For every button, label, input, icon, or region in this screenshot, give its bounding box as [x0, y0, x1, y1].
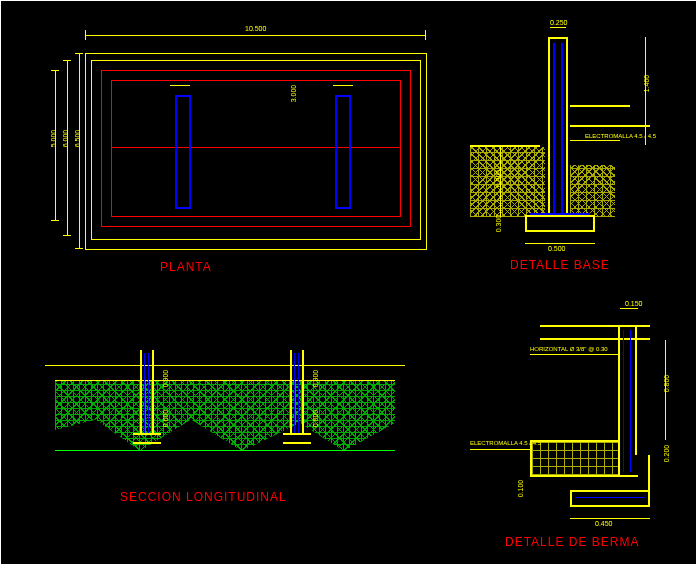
dim-planta-left2: 6.000 — [62, 130, 69, 148]
dim-planta-left3: 6.500 — [74, 130, 81, 148]
planta-view: 10.500 5.000 6.000 6.500 3.000 — [55, 25, 435, 275]
dim-berma-h1: 0.800 — [663, 375, 670, 393]
dim-sec-h2: 0.600 — [162, 410, 169, 428]
dim-planta-top: 10.500 — [245, 25, 266, 32]
berma-title: DETALLE DE BERMA — [505, 535, 639, 549]
label-electromalla: ELECTROMALLA 4.5 / 4.5 — [585, 133, 656, 139]
dim-base-right: 1.400 — [643, 75, 650, 93]
dim-berma-top: 0.150 — [625, 300, 643, 307]
base-title: DETALLE BASE — [510, 258, 610, 272]
planta-title: PLANTA — [160, 260, 212, 274]
dim-sec-h4: 0.600 — [312, 410, 319, 428]
dim-planta-left1: 5.000 — [50, 130, 57, 148]
dim-planta-inner: 3.000 — [290, 85, 297, 103]
berma-view: 0.150 HORIZONTAL Ø 3/8" @ 0.30 ELECTROMA… — [470, 300, 680, 535]
seccion-view: 0.900 0.600 0.900 0.600 — [45, 345, 405, 505]
dim-sec-h1: 0.900 — [162, 370, 169, 388]
base-view: 0.250 1.400 0.300 0.300 0.500 ELECTROMAL… — [470, 25, 680, 255]
dim-berma-h2: 0.200 — [663, 445, 670, 463]
dim-base-bottom: 0.500 — [548, 245, 566, 252]
dim-base-top: 0.250 — [550, 19, 568, 26]
dim-sec-h3: 0.900 — [312, 370, 319, 388]
label-electromalla2: ELECTROMALLA 4.5 / 4.5 — [470, 440, 541, 446]
label-horizontal: HORIZONTAL Ø 3/8" @ 0.30 — [530, 346, 608, 352]
dim-base-side2: 0.300 — [495, 215, 502, 233]
dim-berma-b: 0.450 — [595, 520, 613, 527]
dim-base-side: 0.300 — [495, 170, 502, 188]
seccion-title: SECCION LONGITUDINAL — [120, 490, 287, 504]
dim-berma-h3: 0.100 — [517, 480, 524, 498]
